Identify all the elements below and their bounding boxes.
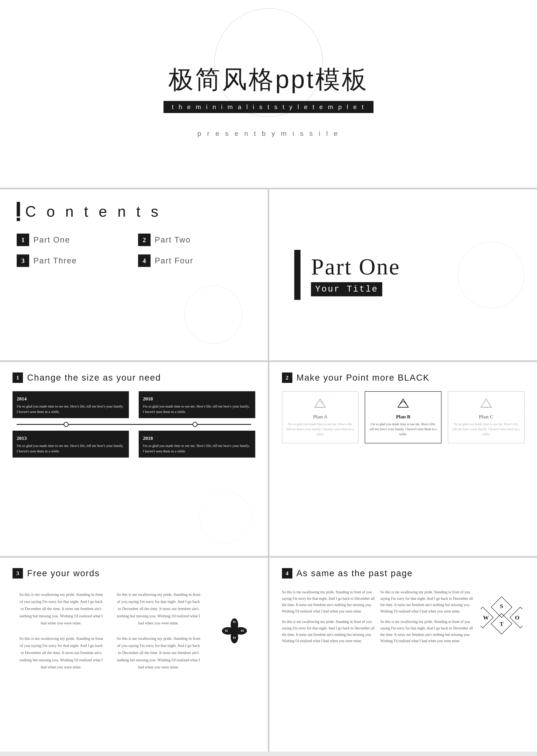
plan-card-b: Plan B I'm so glad you made time to see … bbox=[365, 391, 441, 443]
contents-grid: 1 Part One 2 Part Two 3 Part Three 4 Par… bbox=[17, 233, 251, 267]
swot-texts: So this is me swallowing my pride. Stand… bbox=[282, 587, 475, 644]
timeline-line-area bbox=[17, 418, 251, 431]
slide-swot: 4 As same as the past page So this is me… bbox=[269, 558, 537, 752]
deco-circle-1 bbox=[184, 285, 242, 344]
swot-text-1: So this is me swallowing my pride. Stand… bbox=[282, 589, 376, 614]
timeline-text-1: I'm so glad you made time to see me. How… bbox=[17, 404, 125, 414]
section-badge-3: 3 bbox=[13, 568, 23, 578]
part-one-title: Part One bbox=[311, 254, 400, 280]
word-section-3: So this is me swallowing my pride. Stand… bbox=[13, 631, 110, 675]
timeline-dot-2 bbox=[192, 422, 197, 427]
svg-text:O: O bbox=[515, 614, 519, 621]
part-one-subtitle: Your Title bbox=[315, 284, 378, 294]
section-header-1: 1 Change the size as your need bbox=[13, 372, 255, 383]
flower-icon: 01 03 02 04 bbox=[222, 618, 247, 643]
contents-header: C o n t e n t s bbox=[17, 202, 251, 221]
swot-text-2: So this is me swallowing my pride. Stand… bbox=[380, 589, 475, 614]
circle-decoration bbox=[214, 8, 323, 117]
contents-item-4: 4 Part Four bbox=[138, 254, 251, 267]
slide-words: 3 Free your words So this is me swallowi… bbox=[0, 558, 268, 752]
timeline-box-1: 2014 I'm so glad you made time to see me… bbox=[13, 391, 129, 418]
timeline-year-1: 2014 bbox=[17, 395, 125, 402]
vertical-divider-2 bbox=[268, 362, 269, 556]
plan-name-b: Plan B bbox=[369, 414, 437, 420]
swot-diamond-svg: S T W O bbox=[481, 595, 522, 636]
svg-text:03: 03 bbox=[233, 636, 236, 639]
plan-name-a: Plan A bbox=[287, 414, 354, 420]
accent-tall bbox=[17, 202, 20, 217]
part-one-subtitle-bar: Your Title bbox=[311, 282, 382, 296]
slide-plans: 2 Make your Point more BLACK Plan A I'm … bbox=[269, 362, 537, 556]
slide-timeline: 1 Change the size as your need 2014 I'm … bbox=[0, 362, 268, 556]
swot-section-2: So this is me swallowing my pride. Stand… bbox=[380, 589, 475, 614]
word-text-2: So this is me swallowing my pride. Stand… bbox=[116, 591, 201, 627]
section-title-3: Free your words bbox=[27, 568, 100, 578]
section-title-2: Make your Point more BLACK bbox=[297, 373, 430, 383]
row-separator-2 bbox=[0, 360, 537, 362]
slides-row-3: 1 Change the size as your need 2014 I'm … bbox=[0, 362, 537, 556]
plan-card-c: Plan C I'm so glad you made time to see … bbox=[448, 391, 524, 443]
svg-marker-0 bbox=[315, 399, 325, 407]
timeline-box-4: 2018 I'm so glad you made time to see me… bbox=[139, 431, 255, 458]
timeline-text-3: I'm so glad you made time to see me. How… bbox=[17, 443, 125, 454]
contents-num-4: 4 bbox=[138, 254, 150, 267]
swot-layout: So this is me swallowing my pride. Stand… bbox=[282, 587, 525, 644]
svg-text:W: W bbox=[483, 614, 489, 621]
plan-card-a: Plan A I'm so glad you made time to see … bbox=[282, 391, 359, 443]
slides-row-2: C o n t e n t s 1 Part One 2 Part Two 3 … bbox=[0, 189, 537, 360]
swot-text-3: So this is me swallowing my pride. Stand… bbox=[282, 618, 376, 644]
timeline-year-3: 2013 bbox=[17, 435, 125, 442]
section-badge-1: 1 bbox=[13, 372, 23, 383]
swot-section-1: So this is me swallowing my pride. Stand… bbox=[282, 589, 376, 614]
section-title-1: Change the size as your need bbox=[27, 373, 161, 383]
slides-row-4: 3 Free your words So this is me swallowi… bbox=[0, 558, 537, 752]
plan-text-c: I'm so glad you made time to see me. How… bbox=[452, 422, 520, 437]
words-texts: So this is me swallowing my pride. Stand… bbox=[13, 587, 207, 675]
deco-circle-2 bbox=[458, 241, 524, 308]
plan-icon-a bbox=[287, 398, 354, 411]
contents-num-3: 3 bbox=[17, 254, 29, 267]
plan-icon-b bbox=[369, 398, 437, 411]
subtitle-en: t h e m i n i m a l i s t s t y l e t e … bbox=[172, 104, 365, 110]
swot-area: So this is me swallowing my pride. Stand… bbox=[282, 589, 475, 644]
slide-contents: C o n t e n t s 1 Part One 2 Part Two 3 … bbox=[0, 189, 268, 360]
timeline-year-2: 2018 bbox=[143, 395, 251, 402]
plan-icon-c bbox=[452, 398, 520, 411]
contents-label-1: Part One bbox=[33, 235, 70, 244]
slide-part-one: Part One Your Title bbox=[269, 189, 537, 360]
slide-title: 极简风格ppt模板 t h e m i n i m a l i s t s t … bbox=[0, 0, 537, 188]
contents-label-4: Part Four bbox=[155, 256, 193, 265]
plan-text-a: I'm so glad you made time to see me. How… bbox=[287, 422, 354, 437]
svg-text:T: T bbox=[500, 621, 504, 627]
svg-point-11 bbox=[234, 627, 247, 635]
swot-section-3: So this is me swallowing my pride. Stand… bbox=[282, 618, 376, 644]
words-grid: So this is me swallowing my pride. Stand… bbox=[13, 587, 207, 675]
timeline-top-boxes: 2014 I'm so glad you made time to see me… bbox=[13, 391, 255, 418]
contents-item-2: 2 Part Two bbox=[138, 233, 251, 246]
timeline-text-4: I'm so glad you made time to see me. How… bbox=[143, 443, 251, 454]
word-text-3: So this is me swallowing my pride. Stand… bbox=[19, 635, 103, 671]
word-text-1: So this is me swallowing my pride. Stand… bbox=[19, 591, 103, 627]
timeline-area: 2014 I'm so glad you made time to see me… bbox=[13, 391, 255, 458]
timeline-year-4: 2018 bbox=[143, 435, 251, 442]
svg-text:04: 04 bbox=[241, 629, 244, 632]
contents-title: C o n t e n t s bbox=[25, 203, 161, 220]
present-text: p r e s e n t b y m i s s i l e bbox=[197, 130, 340, 138]
accent-group bbox=[17, 202, 20, 221]
contents-label-2: Part Two bbox=[155, 235, 191, 244]
svg-text:01: 01 bbox=[233, 620, 236, 624]
row-separator-1 bbox=[0, 188, 537, 189]
vertical-divider-3 bbox=[268, 558, 269, 752]
timeline-box-2: 2018 I'm so glad you made time to see me… bbox=[139, 391, 255, 418]
vertical-divider-1 bbox=[268, 189, 269, 360]
svg-text:S: S bbox=[500, 603, 503, 609]
deco-circle-3 bbox=[199, 491, 251, 543]
words-layout: So this is me swallowing my pride. Stand… bbox=[13, 587, 255, 675]
word-text-4: So this is me swallowing my pride. Stand… bbox=[116, 635, 201, 671]
contents-label-3: Part Three bbox=[33, 256, 77, 265]
timeline-dot-1 bbox=[63, 422, 68, 427]
flower-column: 01 03 02 04 bbox=[214, 587, 255, 675]
section-header-2: 2 Make your Point more BLACK bbox=[282, 372, 525, 383]
svg-text:02: 02 bbox=[225, 629, 228, 632]
part-one-accent-bar bbox=[294, 250, 301, 300]
